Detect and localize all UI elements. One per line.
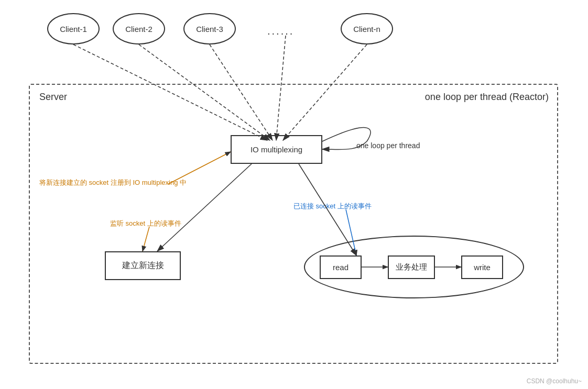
io-multiplexing-box: IO multiplexing <box>231 135 322 164</box>
watermark: CSDN @coolhuhu~ <box>527 377 582 385</box>
server-box <box>29 84 558 364</box>
diagram-container: Server one loop per thread (Reactor) Cli… <box>0 0 588 389</box>
server-label: Server <box>39 92 67 103</box>
client-3: Client-3 <box>183 13 236 45</box>
client-n: Client-n <box>341 13 393 45</box>
new-connection-box: 建立新连接 <box>105 251 181 280</box>
one-loop-label: one loop per thread (Reactor) <box>425 92 549 103</box>
annotation-one-loop: one loop per thread <box>356 141 420 150</box>
client-1: Client-1 <box>47 13 100 45</box>
biz-box: 业务处理 <box>388 255 435 279</box>
client-2: Client-2 <box>113 13 165 45</box>
write-box: write <box>461 255 503 279</box>
annotation-socket-register: 将新连接建立的 socket 注册到 IO multiplexing 中 <box>39 178 187 187</box>
client-dots: ...... <box>267 25 294 37</box>
annotation-connected: 已连接 socket 上的读事件 <box>293 202 372 211</box>
annotation-listen: 监听 socket 上的读事件 <box>110 219 181 228</box>
read-box: read <box>320 255 362 279</box>
